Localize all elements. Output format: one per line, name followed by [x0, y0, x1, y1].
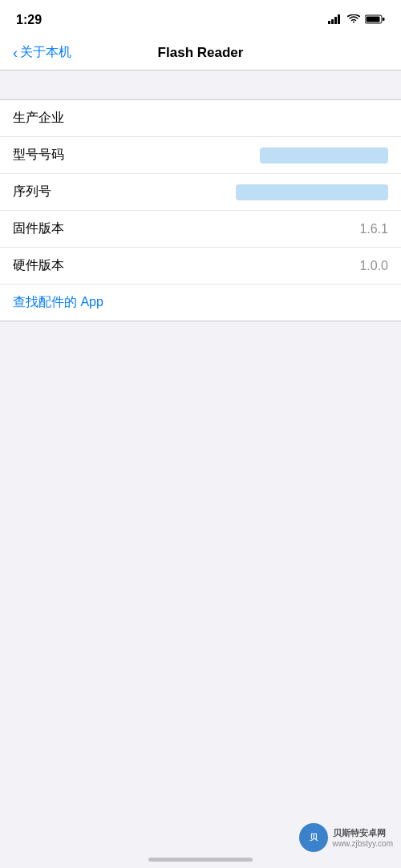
nav-bar: ‹ 关于本机 Flash Reader — [0, 35, 401, 71]
table-row: 生产企业 — [0, 100, 401, 137]
find-app-link-row[interactable]: 查找配件的 App — [0, 285, 401, 321]
svg-rect-1 — [331, 19, 334, 24]
back-button[interactable]: ‹ 关于本机 — [13, 44, 71, 61]
status-time: 1:29 — [16, 13, 42, 27]
watermark: 贝 贝斯特安卓网 www.zjbstyy.com — [299, 823, 393, 852]
svg-rect-3 — [338, 14, 340, 24]
wifi-icon — [347, 13, 360, 27]
firmware-value: 1.6.1 — [359, 222, 388, 236]
row-label-hardware: 硬件版本 — [13, 257, 64, 274]
table-row: 型号号码 — [0, 137, 401, 174]
row-label-firmware: 固件版本 — [13, 220, 64, 237]
table-row: 固件版本 1.6.1 — [0, 211, 401, 248]
row-label-manufacturer: 生产企业 — [13, 110, 64, 127]
hardware-value: 1.0.0 — [359, 259, 388, 273]
find-app-link[interactable]: 查找配件的 App — [13, 294, 103, 311]
watermark-text: 贝斯特安卓网 www.zjbstyy.com — [333, 827, 393, 848]
row-label-model: 型号号码 — [13, 147, 64, 164]
svg-rect-5 — [367, 17, 380, 22]
signal-icon — [328, 13, 342, 27]
svg-rect-0 — [328, 21, 330, 24]
bottom-area — [0, 321, 401, 722]
chevron-left-icon: ‹ — [13, 46, 18, 60]
page-title: Flash Reader — [158, 45, 244, 61]
battery-icon — [365, 13, 385, 27]
serial-value-blurred — [236, 184, 388, 200]
svg-rect-6 — [383, 18, 385, 21]
svg-rect-2 — [334, 17, 337, 24]
watermark-logo: 贝 — [299, 823, 328, 852]
status-bar: 1:29 — [0, 0, 401, 35]
table-row: 序列号 — [0, 174, 401, 211]
settings-group: 生产企业 型号号码 序列号 固件版本 1.6.1 硬件版本 1.0.0 查找配件… — [0, 99, 401, 321]
content-area: 生产企业 型号号码 序列号 固件版本 1.6.1 硬件版本 1.0.0 查找配件… — [0, 99, 401, 321]
table-row: 硬件版本 1.0.0 — [0, 248, 401, 285]
row-label-serial: 序列号 — [13, 184, 51, 200]
status-icons — [328, 13, 385, 27]
back-label: 关于本机 — [20, 44, 71, 61]
home-indicator — [148, 858, 253, 862]
model-value-blurred — [260, 147, 388, 164]
